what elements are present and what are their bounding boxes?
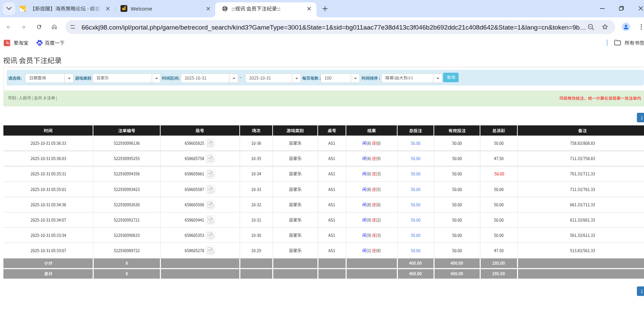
svg-text:du: du [38, 43, 41, 46]
